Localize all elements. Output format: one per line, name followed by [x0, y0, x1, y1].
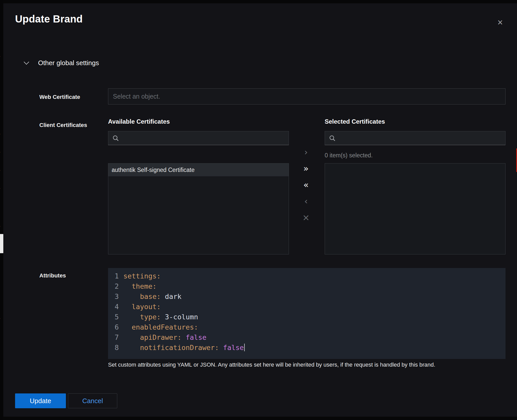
client-certificates-label: Client Certificates: [39, 122, 87, 129]
section-label: Other global settings: [38, 59, 99, 67]
code-line: 5 type: 3-column: [108, 312, 506, 322]
available-certificates-heading: Available Certificates: [108, 118, 170, 125]
sidebar-active-indicator: [0, 234, 3, 253]
sidebar-chevron-icon: ›: [0, 130, 1, 137]
cancel-button[interactable]: Cancel: [68, 393, 117, 408]
selected-search-field: [325, 131, 506, 145]
available-search-field: [108, 131, 289, 145]
web-certificate-label: Web Certificate: [39, 94, 80, 100]
sidebar-chevron-icon: ›: [0, 223, 1, 229]
code-line: 2 theme:: [108, 281, 506, 291]
background-sidebar: › › › › › › ›: [0, 0, 3, 420]
add-all-button[interactable]: »: [300, 163, 312, 173]
attributes-help-text: Set custom attributes using YAML or JSON…: [108, 361, 501, 368]
update-button[interactable]: Update: [15, 393, 66, 408]
line-number: 7: [111, 332, 119, 343]
code-line: 1settings:: [108, 271, 506, 281]
selected-list: [325, 163, 506, 254]
selected-search-input[interactable]: [325, 131, 505, 145]
sidebar-chevron-icon: ›: [0, 53, 1, 59]
available-list: authentik Self-signed Certificate: [108, 163, 289, 254]
line-number: 2: [111, 281, 119, 291]
modal-title: Update Brand: [15, 13, 83, 25]
available-cert-item[interactable]: authentik Self-signed Certificate: [108, 164, 289, 176]
sidebar-chevron-icon: ›: [0, 315, 1, 321]
page: › › › › › › › Update Brand × Other globa…: [0, 0, 517, 420]
backdrop-bottom-strip: [0, 417, 517, 420]
code-line: 4 layout:: [108, 302, 506, 312]
clear-selected-button[interactable]: ×: [300, 212, 312, 223]
sidebar-chevron-icon: ›: [0, 167, 1, 173]
selected-status: 0 item(s) selected.: [325, 152, 373, 159]
line-number: 4: [111, 302, 119, 312]
web-certificate-select[interactable]: [108, 88, 506, 104]
code-line: 8 notificationDrawer: false: [108, 343, 506, 353]
backdrop-top-strip: [0, 0, 517, 3]
sidebar-chevron-icon: ›: [0, 185, 1, 191]
remove-all-button[interactable]: «: [300, 180, 312, 190]
transfer-controls: ›»«‹×: [296, 147, 316, 223]
sidebar-chevron-icon: ›: [0, 148, 1, 155]
available-search-input[interactable]: [108, 131, 289, 145]
attributes-label: Attributes: [39, 272, 66, 279]
line-number: 8: [111, 343, 119, 353]
line-number: 3: [111, 291, 119, 302]
line-number: 1: [111, 271, 119, 281]
section-other-global-settings[interactable]: Other global settings: [25, 58, 99, 67]
selected-certificates-heading: Selected Certificates: [325, 118, 385, 125]
text-cursor: [244, 344, 245, 351]
line-number: 5: [111, 312, 119, 322]
close-icon[interactable]: ×: [494, 16, 506, 29]
line-number: 6: [111, 322, 119, 332]
add-selected-button[interactable]: ›: [300, 147, 312, 157]
remove-selected-button[interactable]: ‹: [300, 196, 312, 206]
code-line: 3 base: dark: [108, 291, 506, 302]
code-line: 6 enabledFeatures:: [108, 322, 506, 332]
code-line: 7 apiDrawer: false: [108, 332, 506, 343]
attributes-code-editor[interactable]: 1settings:2 theme:3 base: dark4 layout:5…: [108, 268, 506, 359]
chevron-down-icon: [24, 59, 29, 64]
